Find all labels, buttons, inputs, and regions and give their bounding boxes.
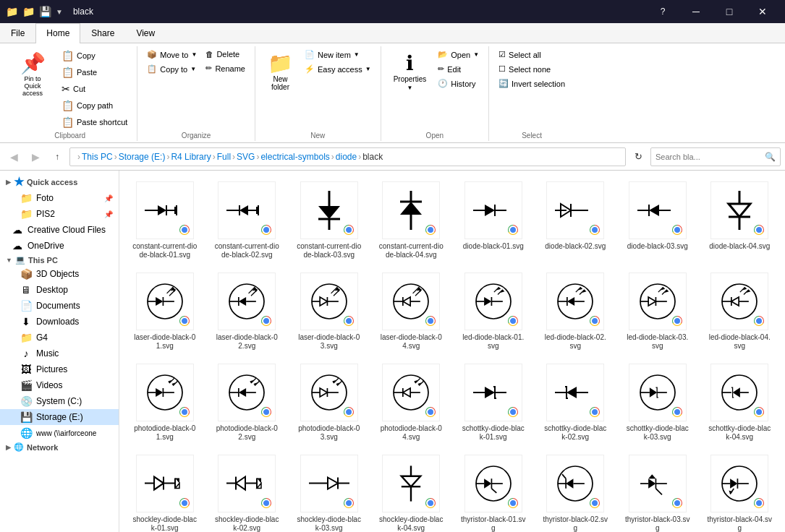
sidebar-item-3d[interactable]: 📦 3D Objects [0,266,119,282]
file-name: laser-diode-black-04.svg [378,333,444,351]
tab-file[interactable]: File [0,23,35,43]
file-item[interactable]: thyristor-black-04.svg [700,450,780,532]
sidebar-item-desktop[interactable]: 🖥 Desktop [0,282,119,298]
cut-button[interactable]: ✂ Cut [58,81,131,97]
select-all-button[interactable]: ☑ Select all [495,48,569,61]
easy-access-button[interactable]: ⚡ Easy access ▼ [301,62,375,76]
new-folder-button[interactable]: 📁 Newfolder [261,48,300,95]
file-item[interactable]: led-diode-black-01.svg [454,267,533,356]
file-item[interactable]: led-diode-black-03.svg [618,267,697,356]
file-item[interactable]: schottky-diode-black-04.svg [700,359,780,447]
sidebar-item-downloads[interactable]: ⬇ Downloads [0,314,119,330]
quick-access-section[interactable]: ▶ ★ Quick access [0,173,119,190]
sidebar-item-foto[interactable]: 📁 Foto 📌 [0,190,119,206]
sidebar-item-onedrive[interactable]: ☁ OneDrive [0,238,119,254]
file-item[interactable]: shockley-diode-black-01.svg [125,450,205,532]
file-item[interactable]: constant-current-diode-black-04.svg [372,176,451,265]
sidebar-item-storagee[interactable]: 💾 Storage (E:) [0,409,119,425]
help-button[interactable]: ? [646,0,679,23]
pin-to-quick-access-button[interactable]: 📌 Pin to Quick access [9,48,56,100]
sidebar-item-pictures[interactable]: 🖼 Pictures [0,361,119,377]
nav-r4[interactable]: R4 Library [171,152,211,162]
tab-home[interactable]: Home [35,23,80,43]
file-item[interactable]: constant-current-diode-black-03.svg [289,176,369,265]
file-item[interactable]: shockley-diode-black-03.svg [289,450,369,532]
file-item[interactable]: led-diode-black-04.svg [700,267,780,356]
tab-share[interactable]: Share [80,23,125,43]
file-list[interactable]: constant-current-diode-black-01.svg cons… [119,171,785,532]
delete-button[interactable]: 🗑 Delete [202,48,249,61]
new-item-icon: 📄 [305,50,315,59]
file-item[interactable]: photodiode-black-02.svg [208,359,287,447]
easy-access-label: Easy access [318,65,362,74]
file-item[interactable]: thyristor-black-01.svg [454,450,533,532]
chrome-badge [423,223,438,237]
file-item[interactable]: shockley-diode-black-04.svg [372,450,451,532]
nav-storage[interactable]: Storage (E:) [119,152,166,162]
maximize-button[interactable]: □ [713,0,746,23]
file-item[interactable]: diode-black-04.svg [700,176,780,265]
nav-diode[interactable]: diode [336,152,357,162]
network-section[interactable]: ▶ 🌐 Network [0,441,119,453]
sidebar-item-pis2[interactable]: 📁 PIS2 📌 [0,206,119,222]
close-button[interactable]: ✕ [746,0,779,23]
file-item[interactable]: laser-diode-black-01.svg [125,267,205,356]
file-item[interactable]: photodiode-black-03.svg [289,359,369,447]
move-to-button[interactable]: 📦 Move to ▼ [143,48,200,61]
file-item[interactable]: led-diode-black-02.svg [536,267,616,356]
file-item[interactable]: schottky-diode-black-01.svg [454,359,533,447]
address-bar[interactable]: › This PC › Storage (E:) › R4 Library › … [69,147,626,166]
paste-shortcut-button[interactable]: 📋 Paste shortcut [58,114,131,130]
file-item[interactable]: diode-black-02.svg [536,176,616,265]
3d-label: 3D Objects [36,269,79,279]
open-button[interactable]: 📂 Open ▼ [434,48,483,61]
copy-button[interactable]: 📋 Copy [58,48,131,64]
sidebar-item-music[interactable]: ♪ Music [0,346,119,361]
file-item[interactable]: diode-black-01.svg [454,176,533,265]
nav-this-pc[interactable]: This PC [82,152,113,162]
forward-button[interactable]: ▶ [26,147,45,166]
tab-view[interactable]: View [125,23,166,43]
search-box[interactable]: 🔍 [650,147,781,166]
file-item[interactable]: photodiode-black-01.svg [125,359,205,447]
file-item[interactable]: laser-diode-black-03.svg [289,267,369,356]
file-item[interactable]: schottky-diode-black-02.svg [536,359,616,447]
refresh-button[interactable]: ↻ [629,147,648,166]
nav-electrical[interactable]: electrical-symbols [260,152,329,162]
nav-full[interactable]: Full [217,152,231,162]
file-thumbnail [546,273,604,330]
sidebar-item-docs[interactable]: 📄 Documents [0,298,119,314]
paste-button[interactable]: 📋 Paste [58,64,131,80]
file-item[interactable]: shockley-diode-black-02.svg [208,450,287,532]
file-item[interactable]: thyristor-black-02.svg [536,450,616,532]
edit-button[interactable]: ✏ Edit [434,62,483,76]
minimize-button[interactable]: ─ [679,0,713,23]
network-icon: 🌐 [14,442,24,452]
file-item[interactable]: diode-black-03.svg [618,176,697,265]
file-item[interactable]: laser-diode-black-02.svg [208,267,287,356]
sidebar-item-systemc[interactable]: 💿 System (C:) [0,393,119,409]
file-item[interactable]: constant-current-diode-black-01.svg [125,176,205,265]
nav-svg[interactable]: SVG [237,152,255,162]
sidebar-item-g4[interactable]: 📁 G4 [0,330,119,346]
file-item[interactable]: laser-diode-black-04.svg [372,267,451,356]
copy-path-button[interactable]: 📋 Copy path [58,98,131,113]
history-button[interactable]: 🕐 History [434,77,483,90]
file-item[interactable]: thyristor-black-03.svg [618,450,697,532]
new-item-button[interactable]: 📄 New item ▼ [301,48,375,61]
properties-button[interactable]: ℹ Properties▼ [387,48,433,95]
select-none-button[interactable]: ☐ Select none [495,62,569,76]
file-item[interactable]: schottky-diode-black-03.svg [618,359,697,447]
back-button[interactable]: ◀ [4,147,23,166]
copy-to-button[interactable]: 📋 Copy to ▼ [143,62,200,76]
sidebar-item-creative-cloud[interactable]: ☁ Creative Cloud Files [0,222,119,238]
file-item[interactable]: constant-current-diode-black-02.svg [208,176,287,265]
this-pc-section[interactable]: ▼ 💻 This PC [0,254,119,266]
file-item[interactable]: photodiode-black-04.svg [372,359,451,447]
sidebar-item-videos[interactable]: 🎬 Videos [0,377,119,393]
search-input[interactable] [655,153,762,161]
sidebar-item-airforce[interactable]: 🌐 www (\\airforceone [0,425,119,441]
up-button[interactable]: ↑ [48,147,67,166]
rename-button[interactable]: ✏ Rename [202,61,249,75]
invert-selection-button[interactable]: 🔄 Invert selection [495,77,569,90]
